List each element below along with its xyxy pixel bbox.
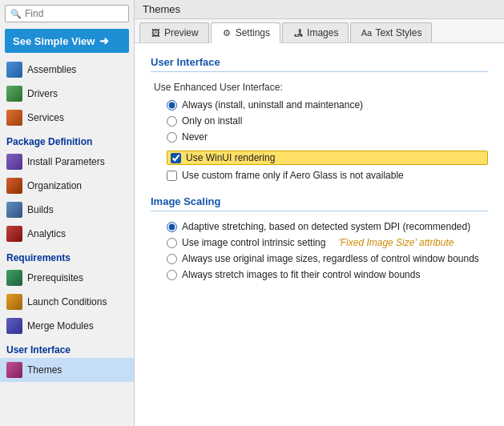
tab-images[interactable]: 🏞 Images <box>282 22 349 42</box>
radio-always-input[interactable] <box>167 100 177 111</box>
radio-adaptive-label: Adaptive stretching, based on detected s… <box>182 221 470 232</box>
main-title: Themes <box>135 0 504 19</box>
sidebar-label-prereq: Prerequisites <box>27 272 83 283</box>
radio-original-input[interactable] <box>167 254 177 264</box>
settings-icon: ⚙ <box>221 27 232 38</box>
radio-original-label: Always use original image sizes, regardl… <box>182 253 479 264</box>
sidebar-item-drivers[interactable]: Drivers <box>0 82 134 106</box>
checkbox-winui[interactable]: Use WinUI rendering <box>167 151 488 165</box>
assemblies-icon <box>6 62 22 78</box>
radio-never-label: Never <box>182 131 208 143</box>
themes-icon <box>6 362 22 378</box>
radio-always-label: Always (install, uninstall and maintenan… <box>182 99 363 111</box>
sidebar-item-install-parameters[interactable]: Install Parameters <box>0 150 134 174</box>
prereq-icon <box>6 270 22 286</box>
sidebar-item-themes[interactable]: Themes <box>0 358 134 382</box>
analytics-icon <box>6 226 22 242</box>
image-scaling-section: Image Scaling Adaptive stretching, based… <box>151 195 488 280</box>
tab-label-settings: Settings <box>236 27 270 38</box>
tab-label-preview: Preview <box>164 27 199 38</box>
radio-always[interactable]: Always (install, uninstall and maintenan… <box>167 99 488 111</box>
merge-icon <box>6 318 22 334</box>
launch-icon <box>6 294 22 310</box>
checkbox-winui-label: Use WinUI rendering <box>186 152 275 163</box>
image-scaling-radio-group: Adaptive stretching, based on detected s… <box>151 221 488 280</box>
checkbox-custom-frame-input[interactable] <box>167 171 177 181</box>
ui-checkbox-group: Use WinUI rendering Use custom frame onl… <box>151 151 488 181</box>
radio-only-install[interactable]: Only on install <box>167 115 488 127</box>
user-interface-header: User Interface <box>0 338 134 358</box>
content-area: User Interface Use Enhanced User Interfa… <box>135 43 504 426</box>
drivers-icon <box>6 86 22 102</box>
main-content: Themes 🖼 Preview ⚙ Settings 🏞 Images Aa … <box>135 0 504 426</box>
text-styles-icon: Aa <box>361 27 372 38</box>
preview-icon: 🖼 <box>150 27 161 38</box>
org-icon <box>6 178 22 194</box>
sidebar-label-themes: Themes <box>27 364 62 376</box>
sidebar-item-assemblies[interactable]: Assemblies <box>0 58 134 82</box>
services-icon <box>6 110 22 126</box>
sidebar-label-assemblies: Assemblies <box>27 64 76 75</box>
sidebar-item-analytics[interactable]: Analytics <box>0 222 134 246</box>
sidebar-label-install: Install Parameters <box>27 156 105 167</box>
ui-section-title: User Interface <box>151 56 488 72</box>
tab-settings[interactable]: ⚙ Settings <box>211 22 280 43</box>
sidebar-label-merge: Merge Modules <box>27 320 94 332</box>
search-input[interactable] <box>25 8 123 19</box>
tab-label-images: Images <box>307 27 338 38</box>
package-definition-header: Package Definition <box>0 130 134 150</box>
checkbox-winui-input[interactable] <box>171 153 181 163</box>
sidebar-label-launch: Launch Conditions <box>27 296 107 307</box>
checkbox-custom-frame[interactable]: Use custom frame only if Aero Glass is n… <box>167 170 488 181</box>
install-icon <box>6 154 22 170</box>
radio-adaptive-input[interactable] <box>167 222 177 232</box>
image-scaling-title: Image Scaling <box>151 195 488 211</box>
tabs-bar: 🖼 Preview ⚙ Settings 🏞 Images Aa Text St… <box>135 19 504 43</box>
radio-stretch-input[interactable] <box>167 270 177 280</box>
sidebar-item-builds[interactable]: Builds <box>0 198 134 222</box>
simple-view-label: See Simple View <box>13 35 95 47</box>
radio-stretch-label: Always stretch images to fit their contr… <box>182 269 420 280</box>
radio-stretch[interactable]: Always stretch images to fit their contr… <box>167 269 488 280</box>
sidebar-label-builds: Builds <box>27 204 54 215</box>
sidebar-item-organization[interactable]: Organization <box>0 174 134 198</box>
sidebar-label-analytics: Analytics <box>27 228 66 239</box>
enhanced-ui-label: Use Enhanced User Interface: <box>151 82 488 93</box>
tab-label-text-styles: Text Styles <box>375 27 421 38</box>
tab-preview[interactable]: 🖼 Preview <box>139 22 209 42</box>
sidebar-label-drivers: Drivers <box>27 88 58 99</box>
images-icon: 🏞 <box>292 27 304 38</box>
radio-intrinsic-label: Use image control intrinsic setting <box>182 237 325 248</box>
builds-icon <box>6 202 22 218</box>
user-interface-section: User Interface Use Enhanced User Interfa… <box>151 56 488 181</box>
radio-only-install-label: Only on install <box>182 115 242 127</box>
arrow-right-icon: ➜ <box>99 34 109 47</box>
radio-never-input[interactable] <box>167 132 177 143</box>
fixed-image-size-link[interactable]: 'Fixed Image Size' attribute <box>338 237 454 248</box>
sidebar-item-services[interactable]: Services <box>0 106 134 130</box>
requirements-header: Requirements <box>0 246 134 266</box>
radio-original[interactable]: Always use original image sizes, regardl… <box>167 253 488 264</box>
checkbox-custom-frame-label: Use custom frame only if Aero Glass is n… <box>182 170 404 181</box>
radio-adaptive[interactable]: Adaptive stretching, based on detected s… <box>167 221 488 232</box>
radio-intrinsic[interactable]: Use image control intrinsic setting 'Fix… <box>167 237 488 248</box>
sidebar-label-org: Organization <box>27 180 82 191</box>
sidebar-item-merge-modules[interactable]: Merge Modules <box>0 314 134 338</box>
search-box[interactable]: 🔍 <box>5 5 129 22</box>
radio-never[interactable]: Never <box>167 131 488 143</box>
sidebar-item-launch-conditions[interactable]: Launch Conditions <box>0 290 134 314</box>
radio-intrinsic-input[interactable] <box>167 238 177 248</box>
sidebar: 🔍 See Simple View ➜ Assemblies Drivers S… <box>0 0 135 426</box>
tab-text-styles[interactable]: Aa Text Styles <box>350 22 432 42</box>
sidebar-label-services: Services <box>27 112 64 123</box>
search-icon: 🔍 <box>10 9 22 19</box>
radio-only-install-input[interactable] <box>167 116 177 127</box>
enhanced-ui-radio-group: Always (install, uninstall and maintenan… <box>151 99 488 143</box>
simple-view-button[interactable]: See Simple View ➜ <box>5 29 129 53</box>
sidebar-item-prerequisites[interactable]: Prerequisites <box>0 266 134 290</box>
